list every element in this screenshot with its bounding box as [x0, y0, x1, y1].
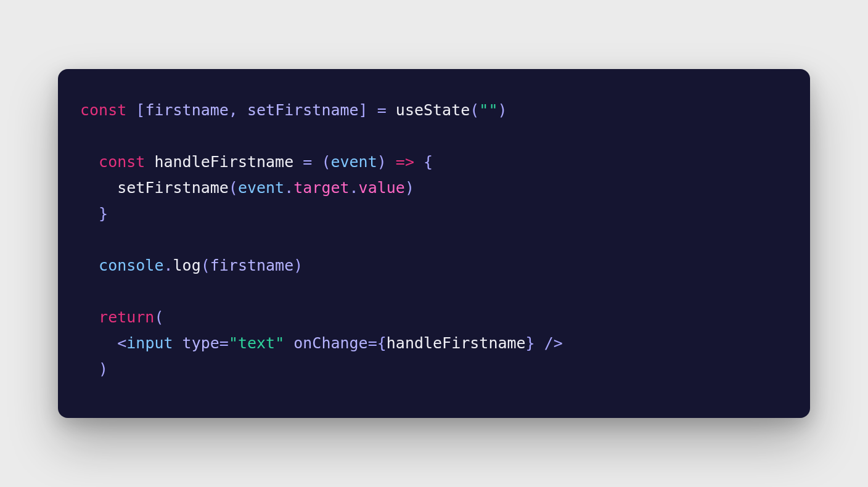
indent [80, 256, 99, 274]
jsx-selfclose: /> [535, 334, 563, 352]
brace-close: } [99, 205, 108, 223]
obj-console: console [99, 256, 163, 274]
paren-open: ( [154, 308, 163, 326]
string-empty: "" [479, 101, 497, 119]
comma: , [229, 101, 238, 119]
bracket-open: [ [136, 101, 145, 119]
obj-event: event [238, 179, 284, 197]
indent [80, 179, 117, 197]
paren-close: ) [405, 179, 414, 197]
paren-open: ( [321, 153, 330, 171]
fn-log: log [173, 256, 201, 274]
fn-usestate: useState [396, 101, 470, 119]
jsx-expr-close: } [526, 334, 535, 352]
paren-close: ) [293, 256, 303, 274]
arg-firstname: firstname [210, 256, 293, 274]
indent [80, 153, 99, 171]
equals: = [377, 101, 387, 119]
paren-close: ) [497, 101, 507, 119]
ident-handlefirstname: handleFirstname [387, 334, 526, 352]
fn-setfirstname: setFirstname [117, 179, 229, 197]
indent [80, 334, 117, 352]
paren-close: ) [99, 360, 108, 378]
jsx-tag-input: input [126, 334, 173, 352]
paren-open: ( [201, 256, 210, 274]
brace-open: { [424, 153, 433, 171]
jsx-lt: < [117, 334, 126, 352]
jsx-attr-onchange: onChange [293, 334, 367, 352]
bracket-close: ] [359, 101, 368, 119]
dot: . [163, 256, 173, 274]
dot: . [284, 179, 293, 197]
paren-open: ( [470, 101, 479, 119]
string-text: "text" [229, 334, 284, 352]
prop-value: value [359, 179, 405, 197]
ident-firstname: firstname [145, 101, 228, 119]
code-card: const [firstname, setFirstname] = useSta… [58, 69, 810, 418]
keyword-return: return [99, 308, 154, 326]
paren-open: ( [229, 179, 238, 197]
equals: = [219, 334, 229, 352]
ident-handlefirstname: handleFirstname [154, 153, 293, 171]
prop-target: target [293, 179, 349, 197]
paren-close: ) [377, 153, 387, 171]
jsx-attr-type: type [182, 334, 219, 352]
arrow: => [396, 153, 414, 171]
indent [80, 308, 99, 326]
jsx-expr-open: { [377, 334, 387, 352]
indent [80, 360, 99, 378]
code-block: const [firstname, setFirstname] = useSta… [80, 97, 788, 382]
indent [80, 205, 99, 223]
keyword-const: const [99, 153, 145, 171]
param-event: event [330, 153, 377, 171]
equals: = [303, 153, 312, 171]
dot: . [350, 179, 359, 197]
equals: = [368, 334, 377, 352]
ident-setfirstname: setFirstname [247, 101, 359, 119]
keyword-const: const [80, 101, 126, 119]
